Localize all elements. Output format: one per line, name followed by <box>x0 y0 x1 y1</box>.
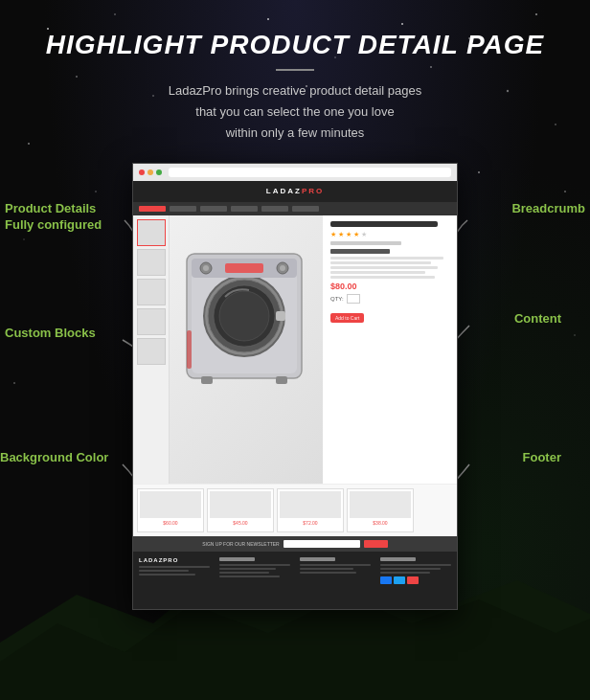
desc-line-2 <box>330 261 431 264</box>
svg-marker-24 <box>0 595 590 700</box>
footer-acc-4 <box>219 576 280 577</box>
newsletter-text: SIGN UP FOR OUR NEWSLETTER <box>202 541 279 547</box>
washing-machine-svg <box>172 225 321 474</box>
svg-rect-37 <box>276 311 285 321</box>
footer-info-2 <box>300 568 353 570</box>
browser-dot-green <box>156 169 162 175</box>
screenshot-mockup: LADAZPRO <box>132 163 458 610</box>
product-price: $80.00 <box>330 282 449 291</box>
footer-col-info <box>300 557 371 603</box>
subtitle-line3: within only a few minutes <box>0 123 590 144</box>
add-to-cart-mock: Add to Cart <box>330 313 364 323</box>
product-info-panel: ★ ★ ★ ★ ★ $80.00 QTY: <box>323 215 457 484</box>
browser-url-bar <box>169 168 451 177</box>
store-menu <box>133 202 457 215</box>
store-nav: LADAZPRO <box>133 181 457 202</box>
social-fb <box>380 576 392 584</box>
footer-col-account <box>219 557 290 603</box>
related-price-3: $72.00 <box>280 520 341 526</box>
thumbnail-column <box>133 215 170 484</box>
background-color-text: Background Color <box>0 450 108 464</box>
qty-label: QTY: <box>330 296 344 302</box>
thumb-item-4 <box>137 308 166 335</box>
svg-rect-44 <box>201 376 213 384</box>
footer-line-1 <box>139 566 210 568</box>
star-1: ★ <box>330 231 336 238</box>
related-item-4: $38.00 <box>347 488 414 532</box>
svg-rect-45 <box>276 376 287 384</box>
label-content: Content <box>514 311 561 327</box>
thumb-item-5 <box>137 338 166 365</box>
main-product-image <box>170 215 323 484</box>
browser-dot-yellow <box>148 169 153 175</box>
menu-item-home <box>139 206 166 212</box>
desc-line-5 <box>330 276 435 279</box>
related-img-2 <box>210 491 271 518</box>
footer-acc-2 <box>219 568 276 570</box>
footer-acc-1 <box>219 564 290 566</box>
title-divider <box>276 69 314 71</box>
star-rating: ★ ★ ★ ★ ★ <box>330 231 449 238</box>
label-product-details: Product Details Fully configured <box>5 201 102 234</box>
related-item-1: $60.00 <box>137 488 204 532</box>
svg-rect-43 <box>225 263 263 273</box>
related-price-1: $60.00 <box>140 520 201 526</box>
footer-info-title <box>300 557 335 561</box>
svg-point-42 <box>280 265 285 271</box>
footer-contact-1 <box>380 564 451 566</box>
availability-line <box>330 241 401 245</box>
footer-info-3 <box>300 572 356 574</box>
related-price-2: $45.00 <box>210 520 271 526</box>
label-custom-blocks: Custom Blocks <box>5 326 96 342</box>
related-products: $60.00 $45.00 $72.00 $38.00 <box>133 484 457 536</box>
qty-box[interactable]: 1 <box>347 294 360 304</box>
main-title: HIGHLIGHT PRODUCT DETAIL PAGE <box>0 29 590 61</box>
svg-point-36 <box>219 291 269 341</box>
store-logo: LADAZPRO <box>266 187 324 195</box>
related-img-1 <box>140 491 201 518</box>
menu-item-extra2 <box>292 206 319 212</box>
product-details-text: Product Details <box>5 201 102 217</box>
label-footer: Footer <box>523 450 561 466</box>
footer-col-contact <box>380 557 451 603</box>
star-5: ★ <box>361 231 367 238</box>
related-price-4: $38.00 <box>350 520 411 526</box>
desc-line-4 <box>330 271 425 274</box>
breadcrumb-text: Breadcrumb <box>511 201 585 215</box>
related-item-3: $72.00 <box>277 488 344 532</box>
qty-row: QTY: 1 <box>330 294 449 304</box>
footer-logo: LADAZPRO <box>139 557 210 563</box>
star-3: ★ <box>346 231 352 238</box>
svg-rect-46 <box>187 330 192 369</box>
subtitle-line1: LadazPro brings creative product detail … <box>0 80 590 102</box>
newsletter-input-mock <box>284 540 360 548</box>
star-4: ★ <box>353 231 359 238</box>
related-item-2: $45.00 <box>207 488 274 532</box>
related-img-3 <box>280 491 341 518</box>
footer-line-2 <box>139 570 189 572</box>
label-background-color: Background Color <box>0 450 108 466</box>
thumb-item-3 <box>137 279 166 305</box>
desc-line-1 <box>330 257 443 260</box>
footer-line-3 <box>139 574 195 576</box>
header-section: HIGHLIGHT PRODUCT DETAIL PAGE LadazPro b… <box>0 0 590 144</box>
footer-acc-3 <box>219 572 269 574</box>
related-img-4 <box>350 491 411 518</box>
menu-item-extra1 <box>261 206 288 212</box>
product-title-mock <box>330 221 438 227</box>
footer-col-logo: LADAZPRO <box>139 557 210 603</box>
newsletter-btn-mock <box>364 540 388 548</box>
fully-configured-text: Fully configured <box>5 217 102 234</box>
subtitle: LadazPro brings creative product detail … <box>0 80 590 144</box>
page-container: HIGHLIGHT PRODUCT DETAIL PAGE LadazPro b… <box>0 0 590 700</box>
label-breadcrumb: Breadcrumb <box>511 201 585 217</box>
newsletter-bar: SIGN UP FOR OUR NEWSLETTER <box>133 536 457 552</box>
social-gp <box>407 576 419 584</box>
footer-contact-3 <box>380 572 430 574</box>
menu-item-accessories <box>200 206 227 212</box>
footer-logo-text: LADAZPRO <box>139 557 210 563</box>
svg-point-40 <box>203 265 209 271</box>
footer-info-1 <box>300 564 371 566</box>
thumb-item-1 <box>137 219 166 246</box>
menu-item-laptop <box>231 206 258 212</box>
